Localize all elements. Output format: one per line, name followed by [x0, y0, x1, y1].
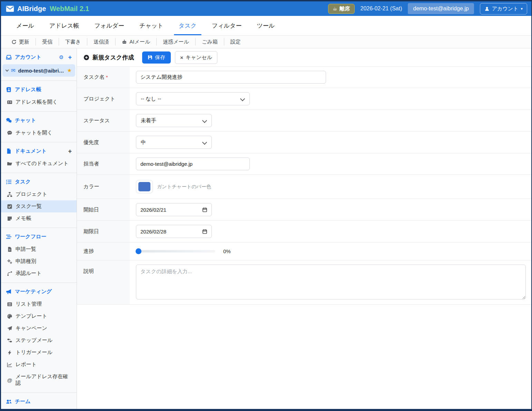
file-lines-icon: [7, 247, 12, 252]
sidebar-item-open-addressbook[interactable]: アドレス帳を開く: [1, 96, 77, 108]
label-text: ステータス: [83, 117, 110, 124]
item-label: テンプレート: [16, 313, 47, 319]
account-menu-button[interactable]: アカウント ▾: [480, 3, 527, 15]
toolbar-ai-mail[interactable]: AIメール: [116, 36, 156, 48]
add-account-plus-icon[interactable]: +: [68, 54, 72, 60]
priority-select[interactable]: 中: [136, 136, 212, 149]
sidebar-item-notes[interactable]: メモ帳: [1, 212, 77, 224]
sidebar-section-workflow-header: ワークフロー: [1, 230, 77, 243]
project-select[interactable]: -- なし --: [136, 92, 250, 105]
active-tab-underline: [174, 34, 201, 35]
tab-tasks[interactable]: タスク: [171, 16, 204, 35]
assignee-input[interactable]: [136, 157, 250, 170]
toolbar-sent[interactable]: 送信済: [87, 36, 115, 48]
color-label: カラー: [77, 175, 130, 199]
color-picker[interactable]: [136, 180, 153, 193]
paper-plane-icon: [7, 326, 12, 331]
description-textarea[interactable]: [136, 265, 526, 299]
sidebar-item-member-management[interactable]: メンバー管理: [1, 408, 77, 409]
sidebar-account-item[interactable]: ✉ demo-test@aibri… ★: [2, 64, 75, 77]
bullhorn-icon: [6, 289, 12, 295]
start-date-input[interactable]: 2026/02/21: [136, 203, 212, 216]
sidebar-item-trigger-mail[interactable]: トリガーメール: [1, 346, 77, 359]
cogs-icon: [7, 259, 12, 264]
sidebar-item-open-chat[interactable]: チャットを開く: [1, 127, 77, 139]
tab-folders[interactable]: フォルダー: [87, 16, 132, 35]
toolbar-label: 下書き: [65, 39, 81, 45]
form-row-start-date: 開始日 2026/02/21: [77, 199, 531, 221]
description-label: 説明: [77, 260, 130, 304]
away-status-badge[interactable]: ☕ 離席: [328, 4, 354, 14]
due-date-input[interactable]: 2026/02/28: [136, 225, 212, 238]
progress-slider-thumb[interactable]: [136, 248, 141, 254]
sidebar-section-team: チーム メンバー管理: [1, 392, 77, 409]
star-icon[interactable]: ★: [67, 67, 72, 74]
section-title: マーケティング: [15, 288, 52, 295]
stream-icon: [6, 234, 12, 240]
sidebar-section-marketing: マーケティング リスト管理 テンプレート: [1, 283, 77, 392]
priority-select-value: 中: [141, 139, 146, 146]
section-title: ワークフロー: [15, 233, 46, 240]
sidebar-item-task-list[interactable]: タスク一覧: [1, 200, 77, 212]
sidebar-item-step-mail[interactable]: ステップメール: [1, 334, 77, 346]
tab-addressbook[interactable]: アドレス帳: [42, 16, 87, 35]
item-label: リスト管理: [16, 301, 42, 307]
sidebar-item-email-verification[interactable]: @ メールアドレス存在確認: [1, 371, 77, 389]
sidebar-section-workflow: ワークフロー 申請一覧 申請種別: [1, 228, 77, 283]
progress-slider[interactable]: [136, 250, 215, 252]
label-text: 進捗: [83, 248, 94, 255]
sidebar-section-addressbook: アドレス帳 アドレス帳を開く: [1, 80, 77, 111]
sidebar-item-request-list[interactable]: 申請一覧: [1, 243, 77, 255]
required-asterisk: *: [106, 74, 108, 80]
item-label: 申請一覧: [16, 246, 36, 252]
toolbar-spam[interactable]: 迷惑メール: [157, 36, 195, 48]
item-label: トリガーメール: [16, 349, 52, 356]
toolbar-refresh[interactable]: 更新: [5, 36, 36, 48]
header-right: ☕ 離席 2026-02-21 (Sat) demo-test@aibridge…: [328, 3, 527, 15]
save-button[interactable]: 保存: [142, 51, 171, 64]
sidebar-item-campaigns[interactable]: キャンペーン: [1, 322, 77, 334]
chevron-down-icon: [6, 68, 9, 72]
at-sign-icon: @: [7, 377, 12, 383]
sidebar-item-list-management[interactable]: リスト管理: [1, 298, 77, 310]
task-name-input[interactable]: [136, 71, 326, 84]
users-icon: [6, 399, 12, 404]
add-document-plus-icon[interactable]: +: [68, 148, 72, 154]
tab-tools[interactable]: ツール: [249, 16, 282, 35]
tab-label: タスク: [179, 22, 197, 30]
item-label: メモ帳: [16, 215, 31, 222]
tab-chat[interactable]: チャット: [132, 16, 171, 35]
status-select[interactable]: 未着手: [136, 114, 212, 127]
main-content: 新規タスク作成 保存 × キャンセル タスク名 *: [77, 48, 531, 409]
section-title: ドキュメント: [15, 148, 47, 154]
tab-filters[interactable]: フィルター: [204, 16, 249, 35]
toolbar-inbox[interactable]: 受信: [36, 36, 59, 48]
calendar-icon[interactable]: [202, 229, 207, 234]
app-window: AIBridge WebMail 2.1 ☕ 離席 2026-02-21 (Sa…: [0, 0, 532, 411]
toolbar-trash[interactable]: ごみ箱: [196, 36, 224, 48]
calendar-icon[interactable]: [202, 207, 207, 212]
sidebar-section-account-header: アカウント ⚙ +: [1, 51, 77, 64]
bolt-icon: [7, 350, 12, 355]
sidebar-item-all-documents[interactable]: すべてのドキュメント: [1, 157, 77, 170]
sidebar-section-account: アカウント ⚙ + ✉ demo-test@aibri… ★: [1, 48, 77, 80]
sidebar-item-reports[interactable]: レポート: [1, 359, 77, 371]
sidebar-item-request-types[interactable]: 申請種別: [1, 255, 77, 267]
sidebar-item-templates[interactable]: テンプレート: [1, 310, 77, 322]
status-control: 未着手: [130, 110, 531, 131]
account-settings-gear-icon[interactable]: ⚙: [59, 55, 63, 60]
list-table-icon: [7, 302, 12, 307]
sidebar-item-projects[interactable]: プロジェクト: [1, 188, 77, 200]
tab-mail[interactable]: メール: [9, 16, 42, 35]
toolbar-settings[interactable]: 設定: [224, 36, 247, 48]
item-label: タスク一覧: [16, 203, 42, 210]
form-row-due-date: 期限日 2026/02/28: [77, 221, 531, 242]
away-status-label: 離席: [340, 6, 350, 12]
sidebar-item-approval-routes[interactable]: 承認ルート: [1, 267, 77, 279]
cancel-button[interactable]: × キャンセル: [175, 51, 217, 64]
tab-label: アドレス帳: [49, 22, 79, 30]
section-title: チャット: [15, 117, 36, 124]
toolbar-label: 送信済: [93, 39, 109, 45]
section-title: アカウント: [15, 54, 41, 60]
toolbar-drafts[interactable]: 下書き: [59, 36, 87, 48]
